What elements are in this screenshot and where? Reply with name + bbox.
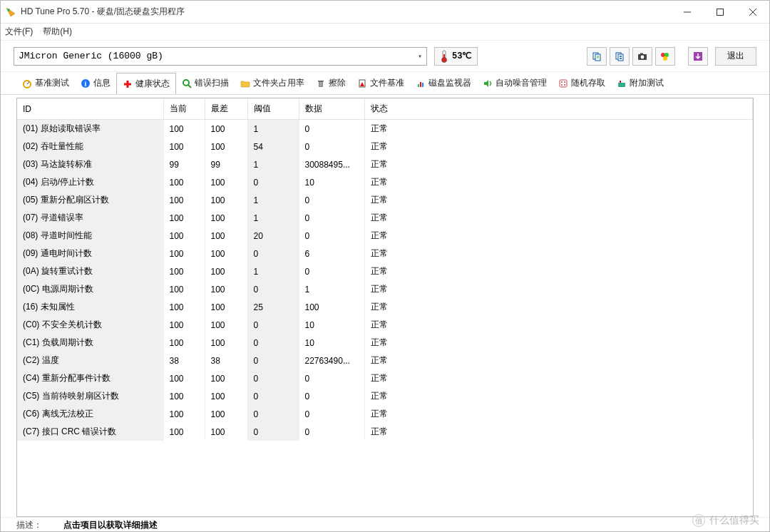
cell-threshold: 0: [247, 316, 299, 334]
extra-tests-icon: [617, 78, 627, 88]
tab-file-benchmark[interactable]: 文件基准: [351, 73, 410, 93]
minimize-button[interactable]: [671, 1, 704, 24]
cell-worst: 100: [205, 262, 247, 280]
maximize-button[interactable]: [704, 1, 736, 24]
tab-folder-usage[interactable]: 文件夹占用率: [235, 73, 310, 93]
menu-file[interactable]: 文件(F): [5, 26, 33, 38]
table-row[interactable]: (C2) 温度3838022763490...正常: [17, 352, 753, 369]
cell-status: 正常: [364, 155, 753, 173]
cell-status: 正常: [364, 173, 753, 191]
table-row[interactable]: (01) 原始读取错误率10010010正常: [17, 120, 753, 138]
cell-data: 0: [299, 387, 364, 405]
col-current[interactable]: 当前: [163, 98, 205, 120]
smart-table[interactable]: ID 当前 最差 阈值 数据 状态 (01) 原始读取错误率10010010正常…: [17, 98, 753, 441]
table-row[interactable]: (C5) 当前待映射扇区计数10010000正常: [17, 387, 753, 405]
table-row[interactable]: (08) 寻道时间性能100100200正常: [17, 227, 753, 245]
tab-info[interactable]: i 信息: [75, 73, 116, 93]
window-controls: [671, 1, 769, 24]
cell-current: 100: [163, 334, 205, 352]
col-id[interactable]: ID: [17, 98, 163, 120]
description-label: 描述：: [16, 519, 42, 531]
table-row[interactable]: (C7) 接口 CRC 错误计数10010000正常: [17, 423, 753, 441]
col-data[interactable]: 数据: [299, 98, 364, 120]
main-panel: ID 当前 最差 阈值 数据 状态 (01) 原始读取错误率10010010正常…: [1, 95, 769, 517]
table-row[interactable]: (09) 通电时间计数10010006正常: [17, 245, 753, 262]
menu-help[interactable]: 帮助(H): [43, 26, 72, 38]
cell-threshold: 0: [247, 423, 299, 441]
table-row[interactable]: (04) 启动/停止计数100100010正常: [17, 173, 753, 191]
cell-id: (07) 寻道错误率: [17, 209, 163, 227]
tab-health[interactable]: 健康状态: [116, 73, 176, 95]
cell-data: 0: [299, 138, 364, 155]
tab-label: 健康状态: [135, 78, 170, 90]
cell-current: 100: [163, 423, 205, 441]
svg-point-45: [561, 84, 563, 86]
magnifier-icon: [182, 78, 192, 88]
drive-select[interactable]: JMicron Generic (16000 gB) ▾: [14, 47, 427, 66]
table-row[interactable]: (16) 未知属性10010025100正常: [17, 298, 753, 316]
table-row[interactable]: (05) 重新分配扇区计数10010010正常: [17, 191, 753, 209]
copy-info-button[interactable]: [610, 47, 630, 66]
tab-label: 附加测试: [630, 77, 664, 89]
table-row[interactable]: (C6) 离线无法校正10010000正常: [17, 405, 753, 423]
cell-status: 正常: [364, 405, 753, 423]
col-status[interactable]: 状态: [364, 98, 753, 120]
svg-rect-14: [620, 56, 622, 57]
description-bar: 描述： 点击项目以获取详细描述: [1, 517, 769, 531]
svg-rect-47: [620, 81, 621, 83]
tab-extra-tests[interactable]: 附加测试: [611, 73, 669, 93]
copy-text-button[interactable]: [587, 47, 607, 66]
tab-erase[interactable]: 擦除: [310, 73, 351, 93]
table-row[interactable]: (C0) 不安全关机计数100100010正常: [17, 316, 753, 334]
svg-rect-39: [422, 83, 423, 87]
svg-rect-7: [443, 54, 445, 60]
save-button[interactable]: [688, 47, 708, 66]
cell-worst: 100: [205, 280, 247, 298]
cell-id: (04) 启动/停止计数: [17, 173, 163, 191]
tab-benchmark[interactable]: 基准测试: [16, 73, 75, 93]
cell-threshold: 0: [247, 245, 299, 262]
col-threshold[interactable]: 阈值: [247, 98, 299, 120]
close-button[interactable]: [736, 1, 769, 24]
svg-point-44: [564, 81, 565, 83]
cell-current: 100: [163, 209, 205, 227]
table-row[interactable]: (C4) 重新分配事件计数10010000正常: [17, 369, 753, 387]
cell-id: (16) 未知属性: [17, 298, 163, 316]
tab-random-access[interactable]: 随机存取: [553, 73, 611, 93]
cell-data: 0: [299, 209, 364, 227]
tab-strip: 基准测试 i 信息 健康状态 错误扫描 文件夹占用率 擦除 文件基准 磁盘监视器: [1, 72, 769, 95]
color-button[interactable]: [655, 47, 675, 66]
tab-error-scan[interactable]: 错误扫描: [176, 73, 235, 93]
table-row[interactable]: (0C) 电源周期计数10010001正常: [17, 280, 753, 298]
cell-id: (C0) 不安全关机计数: [17, 316, 163, 334]
col-worst[interactable]: 最差: [205, 98, 247, 120]
cell-current: 100: [163, 173, 205, 191]
table-row[interactable]: (03) 马达旋转标准9999130088495...正常: [17, 155, 753, 173]
table-row[interactable]: (C1) 负载周期计数100100010正常: [17, 334, 753, 352]
cell-id: (C2) 温度: [17, 352, 163, 369]
cell-worst: 100: [205, 173, 247, 191]
cell-status: 正常: [364, 245, 753, 262]
table-row[interactable]: (07) 寻道错误率10010010正常: [17, 209, 753, 227]
cell-data: 22763490...: [299, 352, 364, 369]
file-warn-icon: [357, 78, 367, 88]
thermometer-icon: [441, 50, 448, 63]
table-row[interactable]: (02) 吞吐量性能100100540正常: [17, 138, 753, 155]
svg-rect-31: [319, 81, 323, 87]
svg-point-21: [663, 56, 667, 61]
table-row[interactable]: (0A) 旋转重试计数10010010正常: [17, 262, 753, 280]
cell-worst: 38: [205, 352, 247, 369]
cell-status: 正常: [364, 369, 753, 387]
exit-label: 退出: [727, 50, 744, 62]
exit-button[interactable]: 退出: [715, 47, 756, 66]
tab-aam[interactable]: 自动噪音管理: [477, 73, 553, 93]
cell-data: 0: [299, 405, 364, 423]
cell-threshold: 0: [247, 387, 299, 405]
svg-rect-38: [420, 82, 421, 87]
tab-label: 自动噪音管理: [496, 77, 547, 89]
cell-data: 10: [299, 173, 364, 191]
screenshot-button[interactable]: [632, 47, 652, 66]
cell-threshold: 54: [247, 138, 299, 155]
cell-id: (08) 寻道时间性能: [17, 227, 163, 245]
tab-disk-monitor[interactable]: 磁盘监视器: [410, 73, 477, 93]
